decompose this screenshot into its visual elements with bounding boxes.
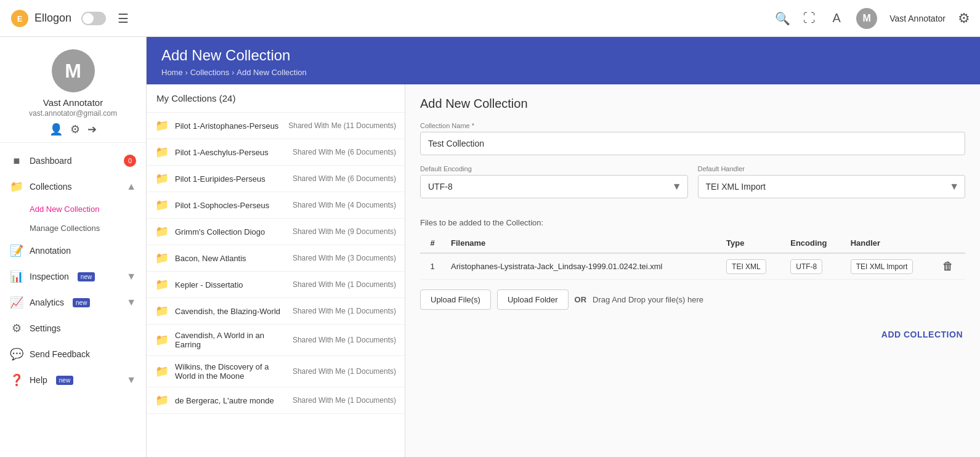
breadcrumb-sep1: › — [185, 68, 188, 77]
sidebar-item-label: Inspection — [30, 272, 69, 281]
breadcrumb-collections[interactable]: Collections — [190, 68, 230, 77]
topbar: E Ellogon ☰ 🔍 ⛶ A M Vast Annotator ⚙ — [0, 0, 980, 37]
folder-icon: 📁 — [155, 119, 169, 132]
logout-icon[interactable]: ➔ — [87, 123, 97, 136]
table-row: 1 Aristophanes-Lysistrata-Jack_Lindsay-1… — [420, 253, 965, 280]
list-item[interactable]: 📁 de Bergerac, L'autre monde Shared With… — [147, 387, 405, 414]
folder-icon: 📁 — [155, 198, 169, 212]
avatar: M — [52, 49, 95, 92]
collection-shared: Shared With Me (1 Documents) — [293, 367, 396, 376]
sidebar-item-settings[interactable]: ⚙ Settings — [0, 315, 146, 341]
settings-icon[interactable]: ⚙ — [958, 10, 970, 26]
col-header-filename: Filename — [445, 233, 720, 253]
list-item[interactable]: 📁 Grimm's Collection Diogo Shared With M… — [147, 219, 405, 245]
list-item[interactable]: 📁 Wilkins, the Discovery of a World in t… — [147, 356, 405, 387]
collection-name-group: Collection Name * — [420, 122, 965, 155]
translate-icon[interactable]: A — [829, 11, 844, 26]
encoding-group: Default Encoding UTF-8 ▼ — [420, 165, 688, 198]
inspection-new-badge: new — [78, 272, 95, 281]
add-collection-button[interactable]: ADD COLLECTION — [879, 325, 965, 344]
breadcrumb-home[interactable]: Home — [161, 68, 183, 77]
feedback-icon: 💬 — [10, 347, 23, 361]
upload-folder-button[interactable]: Upload Folder — [497, 289, 569, 310]
analytics-icon: 📈 — [10, 296, 23, 309]
dashboard-badge: 0 — [124, 155, 136, 167]
row-handler: TEI XML Import — [844, 253, 937, 280]
sidebar-username: Vast Annotator — [43, 97, 103, 108]
main-layout: M Vast Annotator vast.annotator@gmail.co… — [0, 37, 980, 457]
collection-name: Pilot 1-Aeschylus-Perseus — [175, 148, 286, 157]
list-item[interactable]: 📁 Pilot 1-Aristophanes-Perseus Shared Wi… — [147, 113, 405, 139]
sidebar-item-annotation[interactable]: 📝 Annotation — [0, 238, 146, 264]
sidebar-item-label: Dashboard — [30, 156, 72, 166]
sidebar-nav: ■ Dashboard 0 📁 Collections ▲ Add New Co… — [0, 143, 146, 457]
collection-shared: Shared With Me (6 Documents) — [293, 174, 396, 183]
sidebar-item-label: Send Feedback — [30, 349, 90, 359]
page-title: Add New Collection — [161, 47, 965, 64]
page-header: Add New Collection Home › Collections › … — [147, 37, 980, 84]
row-delete[interactable]: 🗑 — [936, 253, 965, 280]
list-item[interactable]: 📁 Cavendish, A World in an Earring Share… — [147, 325, 405, 356]
encoding-label: Default Encoding — [420, 165, 688, 172]
delete-icon[interactable]: 🗑 — [942, 260, 954, 272]
chevron-up-icon: ▲ — [126, 181, 136, 192]
sidebar-item-help[interactable]: ❓ Help new ▼ — [0, 367, 146, 393]
sidebar-item-analytics[interactable]: 📈 Analytics new ▼ — [0, 289, 146, 315]
list-item[interactable]: 📁 Pilot 1-Euripides-Perseus Shared With … — [147, 166, 405, 192]
topbar-left: E Ellogon ☰ — [10, 9, 131, 28]
sidebar-item-feedback[interactable]: 💬 Send Feedback — [0, 341, 146, 367]
fullscreen-icon[interactable]: ⛶ — [802, 11, 817, 26]
body-split: My Collections (24) 📁 Pilot 1-Aristophan… — [147, 84, 980, 457]
collection-name-label: Collection Name * — [420, 122, 965, 129]
upload-files-button[interactable]: Upload File(s) — [420, 289, 491, 310]
folder-icon: 📁 — [155, 278, 169, 291]
sidebar-item-manage-collections[interactable]: Manage Collections — [30, 219, 146, 238]
sidebar-item-collections[interactable]: 📁 Collections ▲ — [0, 174, 146, 200]
list-item[interactable]: 📁 Bacon, New Atlantis Shared With Me (3 … — [147, 245, 405, 272]
chevron-down-icon-help: ▼ — [126, 374, 136, 386]
col-header-type: Type — [720, 233, 784, 253]
encoding-select-wrap: UTF-8 ▼ — [420, 175, 688, 198]
handler-badge: TEI XML Import — [851, 259, 913, 274]
help-new-badge: new — [56, 376, 73, 385]
collection-shared: Shared With Me (6 Documents) — [293, 148, 396, 156]
sidebar-item-add-collection[interactable]: Add New Collection — [30, 200, 146, 219]
analytics-new-badge: new — [73, 298, 90, 307]
collections-list: 📁 Pilot 1-Aristophanes-Perseus Shared Wi… — [147, 113, 405, 457]
settings-nav-icon: ⚙ — [10, 322, 23, 335]
type-badge: TEI XML — [726, 259, 766, 274]
handler-select[interactable]: TEI XML Import — [698, 175, 966, 198]
account-settings-icon[interactable]: ⚙ — [70, 123, 80, 136]
chevron-down-icon-analytics: ▼ — [126, 297, 136, 308]
breadcrumb: Home › Collections › Add New Collection — [161, 68, 965, 77]
encoding-badge: UTF-8 — [790, 259, 822, 274]
user-avatar-top[interactable]: M — [856, 8, 877, 29]
list-item[interactable]: 📁 Pilot 1-Sophocles-Perseus Shared With … — [147, 192, 405, 219]
menu-icon[interactable]: ☰ — [116, 11, 131, 26]
encoding-select[interactable]: UTF-8 — [420, 175, 688, 198]
sidebar-profile-icons: 👤 ⚙ ➔ — [49, 123, 97, 136]
list-item[interactable]: 📁 Kepler - Dissertatio Shared With Me (1… — [147, 272, 405, 298]
sidebar-item-dashboard[interactable]: ■ Dashboard 0 — [0, 148, 146, 174]
svg-text:E: E — [17, 14, 23, 23]
sidebar-item-inspection[interactable]: 📊 Inspection new ▼ — [0, 264, 146, 289]
row-type: TEI XML — [720, 253, 784, 280]
upload-or: OR — [575, 295, 587, 304]
sidebar-profile: M Vast Annotator vast.annotator@gmail.co… — [0, 37, 146, 143]
list-item[interactable]: 📁 Cavendish, the Blazing-World Shared Wi… — [147, 298, 405, 325]
handler-label: Default Handler — [698, 165, 966, 172]
folder-icon: 📁 — [155, 333, 169, 347]
folder-icon: 📁 — [155, 225, 169, 238]
collection-name: de Bergerac, L'autre monde — [175, 396, 286, 405]
collection-name: Wilkins, the Discovery of a World in the… — [175, 362, 286, 381]
sidebar-item-label: Analytics — [30, 297, 64, 307]
dark-mode-toggle[interactable] — [81, 12, 106, 25]
form-panel: Add New Collection Collection Name * Def… — [405, 84, 980, 457]
content-area: Add New Collection Home › Collections › … — [147, 37, 980, 457]
list-item[interactable]: 📁 Pilot 1-Aeschylus-Perseus Shared With … — [147, 139, 405, 166]
collection-name-input[interactable] — [420, 132, 965, 155]
handler-select-wrap: TEI XML Import ▼ — [698, 175, 966, 198]
profile-icon[interactable]: 👤 — [49, 123, 63, 136]
search-icon[interactable]: 🔍 — [775, 11, 790, 26]
topbar-logo: E Ellogon — [10, 9, 71, 28]
